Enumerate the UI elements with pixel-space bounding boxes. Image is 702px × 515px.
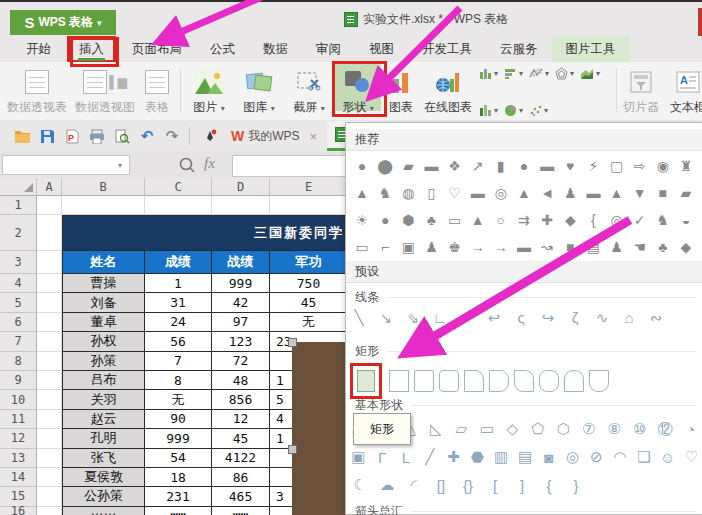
save-icon[interactable] [36,125,58,147]
tab-开始[interactable]: 开始 [12,36,65,63]
row-header-7[interactable]: 7 [0,332,37,351]
table-cell[interactable]: …… [62,507,145,515]
table-cell[interactable]: 18 [145,468,212,487]
print-preview-icon[interactable] [111,125,133,147]
shape-icon[interactable]: ▭ [445,212,465,228]
tab-视图[interactable]: 视图 [355,36,408,63]
shape-icon[interactable]: ♟ [560,185,580,201]
shape-icon[interactable]: ⬤ [375,158,395,174]
table-header-成绩[interactable]: 成绩 [145,251,212,274]
shape-icon[interactable]: ▯ [421,185,441,201]
table-cell[interactable]: …… [145,507,212,515]
column-header-A[interactable]: A [37,178,62,196]
basic-shape-icon[interactable]: ▣ [350,448,367,466]
cell[interactable] [37,352,62,371]
basic-shape-icon[interactable]: ⑩ [631,420,650,438]
column3d-chart-button[interactable]: ▾ [479,104,498,117]
table-cell[interactable]: 8 [145,371,212,390]
shape-icon[interactable]: → [491,239,511,255]
chart-button[interactable]: 图表 [384,64,418,118]
basic-shape-icon[interactable]: ◙ [540,449,557,466]
table-cell[interactable]: 123 [212,332,270,351]
shape-icon[interactable]: ♣ [421,212,441,228]
table-cell[interactable]: 刘备 [62,293,145,312]
shape-icon[interactable]: ◄ [537,185,557,201]
line-shape-icon[interactable]: ↪ [539,309,557,327]
shape-icon[interactable]: ▢ [607,158,627,174]
table-cell[interactable]: 54 [145,449,212,468]
basic-shape-icon[interactable]: ⬣ [469,448,486,466]
basic-shape-icon[interactable]: ☾ [350,476,370,494]
shape-icon[interactable]: ♞ [653,212,673,228]
table-cell[interactable]: 31 [145,293,212,312]
basic-shape-icon[interactable]: ╱ [421,448,438,466]
row-header-1[interactable]: 1 [0,196,37,215]
shape-icon[interactable]: ● [375,212,395,228]
shape-icon[interactable]: ▤ [583,239,603,255]
table-cell[interactable]: …… [212,507,270,515]
basic-shape-icon[interactable]: ❏ [636,448,653,466]
row-header-14[interactable]: 14 [0,468,37,487]
cell[interactable] [37,429,62,448]
line-chart-button[interactable]: ▾ [529,67,549,80]
table-title-banner[interactable]: 三国新委同学 [62,215,345,251]
row-header-12[interactable]: 12 [0,429,37,448]
table-cell[interactable]: 7 [145,352,212,371]
table-cell[interactable]: 孙策 [62,352,145,371]
bar-chart-button[interactable]: ▾ [504,67,523,80]
shape-icon[interactable]: ⬢ [398,212,418,228]
cell[interactable] [37,410,62,429]
row-header-5[interactable]: 5 [0,293,37,312]
basic-shape-icon[interactable]: } [566,477,586,494]
snip-diagonal-icon[interactable] [514,370,534,392]
table-cell[interactable]: 750 [270,274,345,293]
basic-shape-icon[interactable]: ⑧ [605,420,624,438]
shape-icon[interactable]: ◒ [676,212,696,228]
row-header-4[interactable]: 4 [0,274,37,293]
round-same-side-icon[interactable] [564,370,584,392]
basic-shape-icon[interactable]: [] [431,477,451,494]
row-header-8[interactable]: 8 [0,352,37,371]
shape-icon[interactable]: ⇨ [630,158,650,174]
shape-icon[interactable]: → [468,239,488,255]
shape-icon[interactable]: ♟ [607,239,627,255]
line-shape-icon[interactable]: ζ [566,309,584,327]
table-cell[interactable]: 关羽 [62,390,145,409]
table-cell[interactable]: 72 [212,352,270,371]
shape-icon[interactable]: ▰ [676,185,696,201]
table-cell[interactable]: 97 [212,313,270,332]
shape-icon[interactable]: ♟ [421,239,441,255]
line-shape-icon[interactable]: ╲ [350,309,368,327]
zoom-search-icon[interactable] [178,156,196,178]
snip-single-corner-icon[interactable] [464,370,484,392]
shape-icon[interactable]: ✓ [630,212,650,228]
column-header-E[interactable]: E [270,178,345,196]
cell[interactable] [37,390,62,409]
cell[interactable] [37,371,62,390]
table-cell[interactable]: 4122 [212,449,270,468]
table-cell[interactable]: 1 [145,274,212,293]
row-header-2[interactable]: 2 [0,215,37,251]
line-shape-icon[interactable]: ∿ [593,309,611,327]
shape-icon[interactable]: ♥ [560,158,580,174]
basic-shape-icon[interactable]: ◎ [564,448,581,466]
shape-icon[interactable]: ▬ [514,239,534,255]
line-shape-icon[interactable]: ⇘ [404,309,422,327]
table-cell[interactable]: 90 [145,410,212,429]
scatter-chart-button[interactable]: ▾ [529,104,548,117]
row-header-10[interactable]: 10 [0,390,37,409]
table-cell[interactable]: 56 [145,332,212,351]
shape-icon[interactable]: ♞ [375,185,395,201]
cell[interactable] [37,293,62,312]
online-chart-button[interactable]: 在线图表 [420,64,476,118]
basic-shape-icon[interactable]: {} [458,477,478,494]
shape-icon[interactable]: ■ [560,239,580,255]
table-cell[interactable]: 夏侯敦 [62,468,145,487]
table-cell[interactable]: 24 [145,313,212,332]
shape-icon[interactable]: ▭ [352,239,372,255]
shape-icon[interactable]: ♣ [653,239,673,255]
tab-审阅[interactable]: 审阅 [302,36,355,63]
cell[interactable] [37,274,62,293]
basic-shape-icon[interactable]: ☺ [659,449,676,466]
rectangle-alt-icon[interactable] [389,370,409,392]
